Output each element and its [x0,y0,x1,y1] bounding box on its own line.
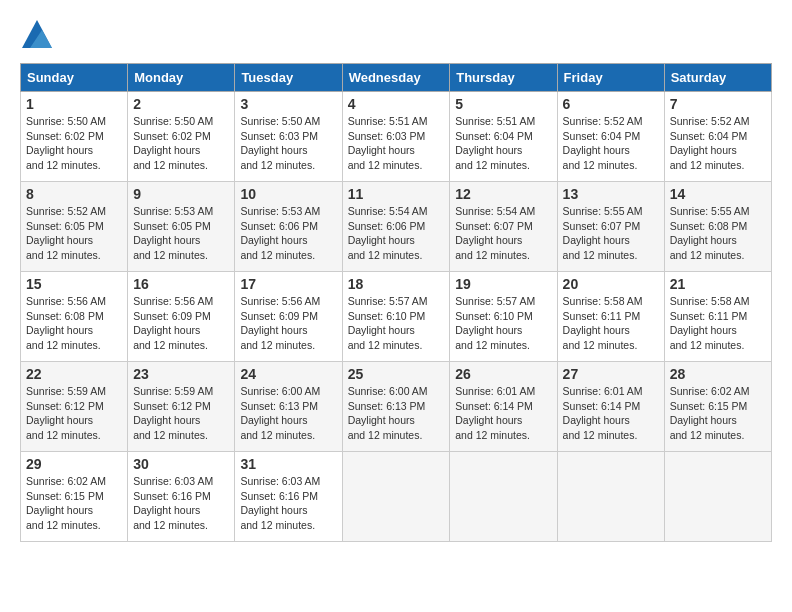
day-info: Sunrise: 5:55 AM Sunset: 6:07 PM Dayligh… [563,204,659,263]
day-number: 25 [348,366,445,382]
calendar-week-row: 1 Sunrise: 5:50 AM Sunset: 6:02 PM Dayli… [21,92,772,182]
day-number: 7 [670,96,766,112]
day-number: 8 [26,186,122,202]
column-header-wednesday: Wednesday [342,64,450,92]
day-info: Sunrise: 6:00 AM Sunset: 6:13 PM Dayligh… [348,384,445,443]
day-number: 22 [26,366,122,382]
day-number: 9 [133,186,229,202]
calendar-cell: 7 Sunrise: 5:52 AM Sunset: 6:04 PM Dayli… [664,92,771,182]
day-info: Sunrise: 5:54 AM Sunset: 6:06 PM Dayligh… [348,204,445,263]
day-number: 2 [133,96,229,112]
calendar-cell: 11 Sunrise: 5:54 AM Sunset: 6:06 PM Dayl… [342,182,450,272]
day-number: 16 [133,276,229,292]
day-number: 15 [26,276,122,292]
day-info: Sunrise: 5:56 AM Sunset: 6:08 PM Dayligh… [26,294,122,353]
day-number: 26 [455,366,551,382]
day-info: Sunrise: 5:52 AM Sunset: 6:04 PM Dayligh… [563,114,659,173]
calendar-cell: 18 Sunrise: 5:57 AM Sunset: 6:10 PM Dayl… [342,272,450,362]
calendar-cell: 3 Sunrise: 5:50 AM Sunset: 6:03 PM Dayli… [235,92,342,182]
calendar-cell: 27 Sunrise: 6:01 AM Sunset: 6:14 PM Dayl… [557,362,664,452]
day-number: 21 [670,276,766,292]
column-header-tuesday: Tuesday [235,64,342,92]
calendar-cell: 4 Sunrise: 5:51 AM Sunset: 6:03 PM Dayli… [342,92,450,182]
day-number: 1 [26,96,122,112]
day-info: Sunrise: 5:50 AM Sunset: 6:02 PM Dayligh… [133,114,229,173]
calendar-cell: 23 Sunrise: 5:59 AM Sunset: 6:12 PM Dayl… [128,362,235,452]
calendar-cell: 8 Sunrise: 5:52 AM Sunset: 6:05 PM Dayli… [21,182,128,272]
logo-icon [22,20,52,48]
calendar-cell: 31 Sunrise: 6:03 AM Sunset: 6:16 PM Dayl… [235,452,342,542]
day-number: 31 [240,456,336,472]
calendar-cell: 5 Sunrise: 5:51 AM Sunset: 6:04 PM Dayli… [450,92,557,182]
column-header-thursday: Thursday [450,64,557,92]
page-header [20,20,772,53]
day-info: Sunrise: 5:52 AM Sunset: 6:04 PM Dayligh… [670,114,766,173]
calendar-cell: 9 Sunrise: 5:53 AM Sunset: 6:05 PM Dayli… [128,182,235,272]
calendar-cell: 29 Sunrise: 6:02 AM Sunset: 6:15 PM Dayl… [21,452,128,542]
day-number: 28 [670,366,766,382]
calendar-cell: 28 Sunrise: 6:02 AM Sunset: 6:15 PM Dayl… [664,362,771,452]
calendar-week-row: 8 Sunrise: 5:52 AM Sunset: 6:05 PM Dayli… [21,182,772,272]
calendar-cell: 6 Sunrise: 5:52 AM Sunset: 6:04 PM Dayli… [557,92,664,182]
day-number: 13 [563,186,659,202]
day-info: Sunrise: 5:55 AM Sunset: 6:08 PM Dayligh… [670,204,766,263]
calendar-cell: 19 Sunrise: 5:57 AM Sunset: 6:10 PM Dayl… [450,272,557,362]
day-number: 10 [240,186,336,202]
calendar-cell: 21 Sunrise: 5:58 AM Sunset: 6:11 PM Dayl… [664,272,771,362]
day-info: Sunrise: 5:58 AM Sunset: 6:11 PM Dayligh… [563,294,659,353]
day-info: Sunrise: 6:02 AM Sunset: 6:15 PM Dayligh… [670,384,766,443]
day-number: 24 [240,366,336,382]
day-info: Sunrise: 6:01 AM Sunset: 6:14 PM Dayligh… [455,384,551,443]
calendar-cell: 15 Sunrise: 5:56 AM Sunset: 6:08 PM Dayl… [21,272,128,362]
day-number: 23 [133,366,229,382]
calendar-cell: 17 Sunrise: 5:56 AM Sunset: 6:09 PM Dayl… [235,272,342,362]
day-number: 4 [348,96,445,112]
day-number: 6 [563,96,659,112]
day-number: 5 [455,96,551,112]
calendar-cell: 1 Sunrise: 5:50 AM Sunset: 6:02 PM Dayli… [21,92,128,182]
calendar-cell: 22 Sunrise: 5:59 AM Sunset: 6:12 PM Dayl… [21,362,128,452]
day-info: Sunrise: 5:58 AM Sunset: 6:11 PM Dayligh… [670,294,766,353]
day-info: Sunrise: 5:57 AM Sunset: 6:10 PM Dayligh… [455,294,551,353]
calendar-table: SundayMondayTuesdayWednesdayThursdayFrid… [20,63,772,542]
day-number: 18 [348,276,445,292]
day-info: Sunrise: 6:01 AM Sunset: 6:14 PM Dayligh… [563,384,659,443]
day-info: Sunrise: 5:57 AM Sunset: 6:10 PM Dayligh… [348,294,445,353]
day-info: Sunrise: 6:00 AM Sunset: 6:13 PM Dayligh… [240,384,336,443]
day-info: Sunrise: 5:56 AM Sunset: 6:09 PM Dayligh… [133,294,229,353]
calendar-cell: 12 Sunrise: 5:54 AM Sunset: 6:07 PM Dayl… [450,182,557,272]
day-info: Sunrise: 5:54 AM Sunset: 6:07 PM Dayligh… [455,204,551,263]
calendar-cell [450,452,557,542]
day-info: Sunrise: 5:50 AM Sunset: 6:03 PM Dayligh… [240,114,336,173]
calendar-cell: 30 Sunrise: 6:03 AM Sunset: 6:16 PM Dayl… [128,452,235,542]
calendar-week-row: 29 Sunrise: 6:02 AM Sunset: 6:15 PM Dayl… [21,452,772,542]
column-header-monday: Monday [128,64,235,92]
day-number: 19 [455,276,551,292]
calendar-cell: 14 Sunrise: 5:55 AM Sunset: 6:08 PM Dayl… [664,182,771,272]
calendar-week-row: 15 Sunrise: 5:56 AM Sunset: 6:08 PM Dayl… [21,272,772,362]
calendar-cell: 24 Sunrise: 6:00 AM Sunset: 6:13 PM Dayl… [235,362,342,452]
day-number: 29 [26,456,122,472]
day-number: 11 [348,186,445,202]
calendar-cell [557,452,664,542]
day-number: 30 [133,456,229,472]
calendar-cell: 25 Sunrise: 6:00 AM Sunset: 6:13 PM Dayl… [342,362,450,452]
calendar-cell [664,452,771,542]
calendar-week-row: 22 Sunrise: 5:59 AM Sunset: 6:12 PM Dayl… [21,362,772,452]
calendar-cell [342,452,450,542]
calendar-cell: 26 Sunrise: 6:01 AM Sunset: 6:14 PM Dayl… [450,362,557,452]
day-number: 14 [670,186,766,202]
day-number: 20 [563,276,659,292]
day-number: 17 [240,276,336,292]
calendar-cell: 2 Sunrise: 5:50 AM Sunset: 6:02 PM Dayli… [128,92,235,182]
calendar-header-row: SundayMondayTuesdayWednesdayThursdayFrid… [21,64,772,92]
day-info: Sunrise: 5:51 AM Sunset: 6:03 PM Dayligh… [348,114,445,173]
calendar-cell: 13 Sunrise: 5:55 AM Sunset: 6:07 PM Dayl… [557,182,664,272]
day-number: 27 [563,366,659,382]
column-header-sunday: Sunday [21,64,128,92]
day-info: Sunrise: 5:53 AM Sunset: 6:05 PM Dayligh… [133,204,229,263]
calendar-cell: 20 Sunrise: 5:58 AM Sunset: 6:11 PM Dayl… [557,272,664,362]
logo [20,20,52,53]
day-info: Sunrise: 5:53 AM Sunset: 6:06 PM Dayligh… [240,204,336,263]
day-number: 12 [455,186,551,202]
